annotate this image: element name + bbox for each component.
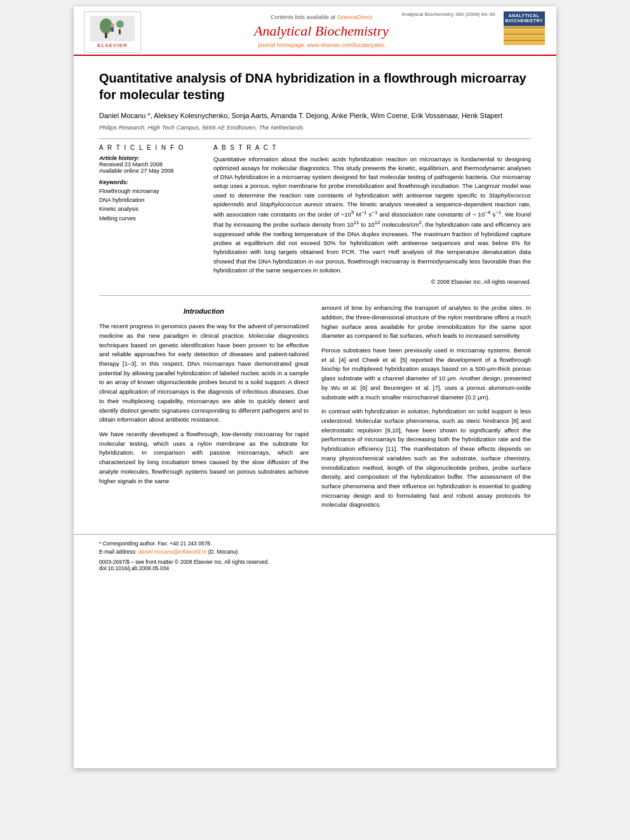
- copyright-line: © 2008 Elsevier Inc. All rights reserved…: [213, 279, 531, 285]
- abstract-label: A B S T R A C T: [213, 144, 531, 151]
- journal-homepage: journal homepage: www.elsevier.com/locat…: [258, 42, 384, 48]
- keywords-label: Keywords:: [99, 179, 201, 185]
- homepage-link[interactable]: journal homepage: www.elsevier.com/locat…: [258, 42, 384, 48]
- elsevier-logo-image: [90, 16, 135, 41]
- intro-paragraph-1: The recent progress in genomics paves th…: [99, 322, 309, 425]
- elsevier-text: ELSEVIER: [97, 43, 128, 48]
- corresponding-note: * Corresponding author. Fax: +40 21 243 …: [99, 540, 531, 548]
- introduction-heading: Introduction: [99, 306, 309, 317]
- article-history-group: Article history: Received 23 March 2008 …: [99, 155, 201, 174]
- svg-rect-4: [119, 29, 121, 34]
- svg-point-3: [116, 20, 124, 28]
- history-label: Article history:: [99, 155, 201, 161]
- header-center: Contents lists available at ScienceDirec…: [141, 11, 502, 55]
- email-label: E-mail address:: [99, 549, 137, 555]
- keyword-3: Kinetic analysis: [99, 204, 201, 213]
- article-title: Quantitative analysis of DNA hybridizati…: [99, 70, 531, 103]
- article-page: Analytical Biochemistry 380 (2008) 84–90: [74, 6, 556, 768]
- abstract-text: Quantitative information about the nucle…: [213, 155, 531, 276]
- article-content: Quantitative analysis of DNA hybridizati…: [74, 56, 556, 528]
- intro-paragraph-2: We have recently developed a flowthrough…: [99, 430, 309, 486]
- body-left-col: Introduction The recent progress in geno…: [99, 303, 309, 515]
- keyword-1: Flowthrough microarray: [99, 187, 201, 196]
- available-date: Available online 27 May 2008: [99, 168, 201, 174]
- journal-logo-stripes: [504, 26, 545, 45]
- svg-point-5: [111, 23, 114, 27]
- article-info-row: A R T I C L E I N F O Article history: R…: [99, 144, 531, 286]
- header-top-bar: ELSEVIER Contents lists available at Sci…: [84, 11, 546, 55]
- article-divider: [99, 138, 531, 139]
- keyword-2: DNA hybridization: [99, 196, 201, 204]
- svg-rect-6: [111, 27, 114, 32]
- right-paragraph-2: Porous substrates have been previously u…: [321, 346, 531, 402]
- email-line: E-mail address: daniel.mocanu@infoworld.…: [99, 548, 531, 556]
- affiliation: Philips Research, High Tech Campus, 5656…: [99, 124, 531, 131]
- sciencedirect-line: Contents lists available at ScienceDirec…: [271, 14, 372, 20]
- right-paragraph-1: amount of time by enhancing the transpor…: [321, 303, 531, 341]
- ab-title: ANALYTICALBIOCHEMISTRY: [506, 13, 543, 24]
- authors: Daniel Mocanu *, Aleksey Kolesnychenko, …: [99, 110, 531, 121]
- keyword-4: Melting curves: [99, 214, 201, 223]
- footer-area: * Corresponding author. Fax: +40 21 243 …: [74, 534, 556, 575]
- journal-logo-right: ANALYTICALBIOCHEMISTRY: [502, 11, 546, 45]
- article-info-label: A R T I C L E I N F O: [99, 144, 201, 151]
- elsevier-logo: ELSEVIER: [84, 11, 141, 53]
- email-address[interactable]: daniel.mocanu@infoworld.ro: [138, 549, 206, 555]
- journal-title: Analytical Biochemistry: [254, 23, 389, 39]
- body-right-col: amount of time by enhancing the transpor…: [321, 303, 531, 515]
- issn-line: 0003-2697/$ – see front matter © 2008 El…: [99, 559, 531, 571]
- svg-point-1: [100, 18, 112, 34]
- keywords-group: Keywords: Flowthrough microarray DNA hyb…: [99, 179, 201, 223]
- right-paragraph-3: In contrast with hybridization in soluti…: [321, 407, 531, 510]
- journal-logo-box: ANALYTICALBIOCHEMISTRY: [504, 11, 545, 26]
- email-suffix: (D. Mocanu).: [208, 549, 239, 555]
- received-date: Received 23 March 2008: [99, 161, 201, 168]
- article-info-col: A R T I C L E I N F O Article history: R…: [99, 144, 201, 286]
- abstract-col: A B S T R A C T Quantitative information…: [213, 144, 531, 286]
- body-divider: [99, 295, 531, 296]
- sciencedirect-link[interactable]: ScienceDirect: [337, 14, 373, 20]
- volume-info: Analytical Biochemistry 380 (2008) 84–90: [401, 11, 495, 17]
- journal-header: Analytical Biochemistry 380 (2008) 84–90: [74, 6, 556, 56]
- body-two-col: Introduction The recent progress in geno…: [99, 303, 531, 515]
- svg-rect-2: [105, 33, 107, 38]
